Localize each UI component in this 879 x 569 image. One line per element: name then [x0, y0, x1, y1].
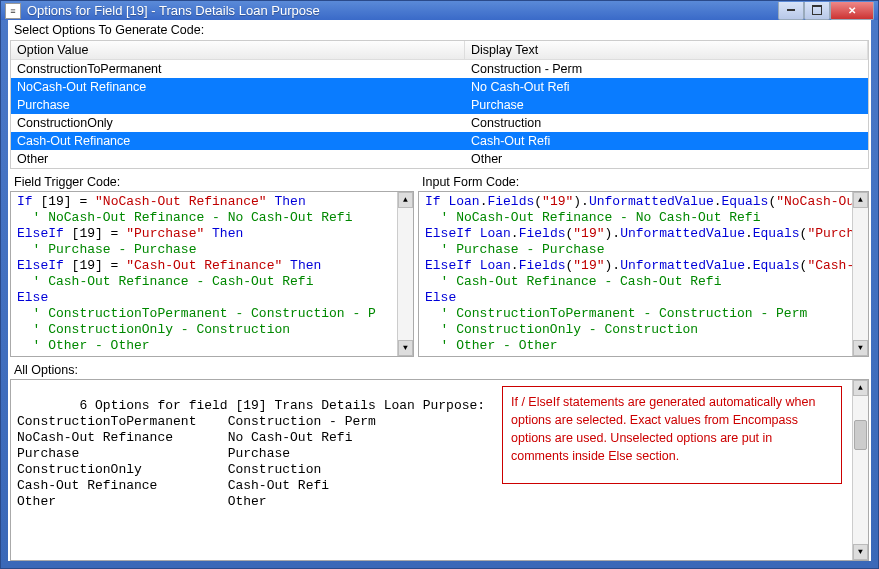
maximize-button[interactable]: [804, 2, 830, 20]
input-form-panel: Input Form Code: If Loan.Fields("19").Un…: [418, 173, 869, 357]
option-row[interactable]: PurchasePurchase: [11, 96, 868, 114]
option-display-cell: Construction - Perm: [465, 60, 868, 78]
option-row[interactable]: ConstructionOnlyConstruction: [11, 114, 868, 132]
option-row[interactable]: ConstructionToPermanentConstruction - Pe…: [11, 60, 868, 78]
scroll-up-icon[interactable]: ▲: [853, 380, 868, 396]
field-trigger-label: Field Trigger Code:: [10, 173, 414, 191]
input-form-label: Input Form Code:: [418, 173, 869, 191]
option-row[interactable]: NoCash-Out RefinanceNo Cash-Out Refi: [11, 78, 868, 96]
scroll-thumb[interactable]: [854, 420, 867, 450]
client-area: Select Options To Generate Code: Option …: [8, 20, 871, 561]
option-display-cell: No Cash-Out Refi: [465, 78, 868, 96]
scroll-up-icon[interactable]: ▲: [398, 192, 413, 208]
option-value-cell: NoCash-Out Refinance: [11, 78, 465, 96]
titlebar[interactable]: ≡ Options for Field [19] - Trans Details…: [1, 1, 878, 20]
scroll-up-icon[interactable]: ▲: [853, 192, 868, 208]
window-frame: ≡ Options for Field [19] - Trans Details…: [0, 0, 879, 569]
info-note: If / ElseIf statements are generated aut…: [502, 386, 842, 484]
scrollbar[interactable]: ▲ ▼: [852, 380, 868, 560]
col-display-text[interactable]: Display Text: [465, 41, 868, 59]
scroll-down-icon[interactable]: ▼: [398, 340, 413, 356]
option-display-cell: Cash-Out Refi: [465, 132, 868, 150]
scroll-track[interactable]: [853, 396, 868, 544]
options-header-row: Option Value Display Text: [11, 41, 868, 60]
scroll-down-icon[interactable]: ▼: [853, 340, 868, 356]
all-options-label: All Options:: [8, 361, 871, 379]
option-row[interactable]: OtherOther: [11, 150, 868, 168]
all-options-box[interactable]: 6 Options for field [19] Trans Details L…: [10, 379, 869, 561]
scroll-down-icon[interactable]: ▼: [853, 544, 868, 560]
option-display-cell: Construction: [465, 114, 868, 132]
select-options-label: Select Options To Generate Code:: [8, 20, 871, 40]
input-form-code[interactable]: If Loan.Fields("19").UnformattedValue.Eq…: [418, 191, 869, 357]
field-trigger-code[interactable]: If [19] = "NoCash-Out Refinance" Then ' …: [10, 191, 414, 357]
scrollbar[interactable]: ▲ ▼: [397, 192, 413, 356]
scrollbar[interactable]: ▲ ▼: [852, 192, 868, 356]
close-button[interactable]: [830, 2, 874, 20]
scroll-track[interactable]: [853, 208, 868, 340]
field-trigger-panel: Field Trigger Code: If [19] = "NoCash-Ou…: [10, 173, 414, 357]
app-icon: ≡: [5, 3, 21, 19]
window-title: Options for Field [19] - Trans Details L…: [27, 3, 778, 18]
option-display-cell: Purchase: [465, 96, 868, 114]
minimize-button[interactable]: [778, 2, 804, 20]
option-value-cell: Purchase: [11, 96, 465, 114]
option-value-cell: ConstructionOnly: [11, 114, 465, 132]
options-grid[interactable]: Option Value Display Text ConstructionTo…: [10, 40, 869, 169]
scroll-track[interactable]: [398, 208, 413, 340]
option-value-cell: ConstructionToPermanent: [11, 60, 465, 78]
col-option-value[interactable]: Option Value: [11, 41, 465, 59]
option-value-cell: Other: [11, 150, 465, 168]
option-display-cell: Other: [465, 150, 868, 168]
option-row[interactable]: Cash-Out RefinanceCash-Out Refi: [11, 132, 868, 150]
all-options-text: 6 Options for field [19] Trans Details L…: [17, 398, 485, 509]
option-value-cell: Cash-Out Refinance: [11, 132, 465, 150]
